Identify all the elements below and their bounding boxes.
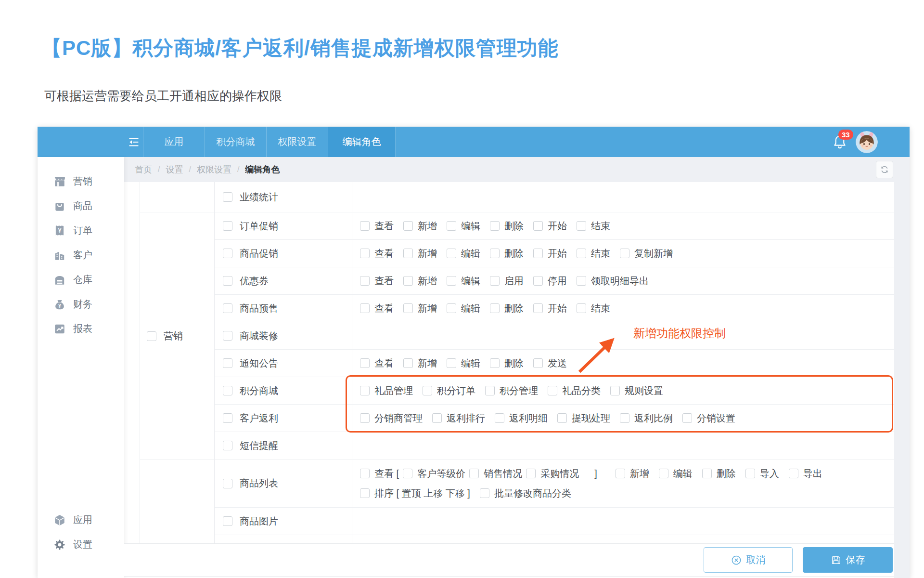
- group-cell: [140, 295, 214, 322]
- permission-checkbox[interactable]: [360, 276, 370, 286]
- sidebar-item[interactable]: ¥订单: [38, 218, 124, 243]
- permission-checkbox[interactable]: [423, 386, 432, 395]
- permission-checkbox[interactable]: [432, 413, 442, 423]
- permission-checkbox[interactable]: [360, 488, 370, 498]
- sidebar-item[interactable]: ¥财务: [38, 292, 124, 316]
- permission-checkbox[interactable]: [533, 249, 543, 258]
- nav-tab[interactable]: 应用: [143, 127, 205, 157]
- breadcrumb-item[interactable]: 首页: [135, 164, 152, 175]
- sidebar-item-label: 财务: [73, 298, 92, 311]
- permission-label: 开始: [548, 302, 567, 315]
- avatar-image: [856, 131, 878, 153]
- permission-checkbox[interactable]: [403, 249, 413, 258]
- permission-checkbox[interactable]: [577, 221, 586, 231]
- feature-checkbox[interactable]: [223, 221, 232, 231]
- permission-checkbox[interactable]: [533, 303, 543, 313]
- permission-checkbox[interactable]: [789, 469, 798, 478]
- sidebar-collapse-button[interactable]: [124, 127, 143, 157]
- permission-checkbox[interactable]: [490, 221, 500, 231]
- permission-checkbox[interactable]: [745, 469, 755, 478]
- user-avatar[interactable]: [856, 131, 878, 153]
- sidebar-item[interactable]: 仓库: [38, 267, 124, 292]
- permission-checkbox[interactable]: [403, 221, 413, 231]
- feature-checkbox[interactable]: [223, 441, 232, 450]
- permission-checkbox[interactable]: [610, 386, 620, 395]
- refresh-button[interactable]: [876, 161, 893, 178]
- nav-tab[interactable]: 编辑角色: [328, 127, 396, 157]
- nav-tab[interactable]: 积分商城: [205, 127, 266, 157]
- permission-checkbox[interactable]: [360, 413, 370, 423]
- feature-checkbox[interactable]: [223, 413, 232, 423]
- permission-checkbox[interactable]: [495, 413, 504, 423]
- permission-checkbox[interactable]: [620, 413, 629, 423]
- group-cell: [140, 212, 214, 240]
- feature-checkbox[interactable]: [223, 331, 232, 341]
- permission-checkbox[interactable]: [447, 249, 456, 258]
- permission-checkbox[interactable]: [526, 469, 536, 478]
- permission-checkbox[interactable]: [403, 469, 412, 478]
- permission-item: 返利比例: [620, 412, 673, 425]
- permission-checkbox[interactable]: [485, 386, 495, 395]
- feature-checkbox[interactable]: [223, 249, 232, 258]
- permission-label: 编辑: [673, 467, 693, 480]
- feature-checkbox[interactable]: [223, 303, 232, 313]
- permission-checkbox[interactable]: [360, 386, 370, 395]
- permission-label: 积分管理: [500, 384, 538, 397]
- permission-checkbox[interactable]: [490, 276, 500, 286]
- breadcrumb-item[interactable]: 设置: [166, 164, 183, 175]
- cancel-button[interactable]: 取消: [704, 547, 793, 573]
- permission-checkbox[interactable]: [620, 249, 629, 258]
- permission-checkbox[interactable]: [533, 358, 543, 368]
- permission-checkbox[interactable]: [469, 469, 479, 478]
- permission-checkbox[interactable]: [360, 469, 370, 478]
- sidebar-item-label: 营销: [73, 175, 92, 188]
- permission-checkbox[interactable]: [490, 303, 500, 313]
- breadcrumb-item[interactable]: 权限设置: [197, 164, 231, 175]
- sidebar-item[interactable]: 营销: [38, 169, 124, 194]
- permission-checkbox[interactable]: [447, 221, 456, 231]
- sidebar-item[interactable]: 应用: [38, 508, 124, 532]
- permission-checkbox[interactable]: [403, 358, 413, 368]
- permission-checkbox[interactable]: [682, 413, 692, 423]
- permission-checkbox[interactable]: [577, 249, 586, 258]
- permission-checkbox[interactable]: [490, 358, 500, 368]
- feature-checkbox[interactable]: [223, 386, 232, 395]
- permission-checkbox[interactable]: [447, 276, 456, 286]
- permission-checkbox[interactable]: [577, 303, 586, 313]
- permission-checkbox[interactable]: [577, 276, 586, 286]
- nav-tab[interactable]: 权限设置: [266, 127, 328, 157]
- save-button[interactable]: 保存: [803, 547, 893, 573]
- group-checkbox[interactable]: [147, 331, 156, 341]
- permission-checkbox[interactable]: [702, 469, 712, 478]
- permission-checkbox[interactable]: [360, 249, 370, 258]
- sidebar-item[interactable]: 商品: [38, 194, 124, 218]
- permissions-cell: 查看 [客户等级价销售情况采购情况]新增编辑删除导入导出排序 [ 置顶 上移 下…: [352, 460, 894, 508]
- feature-checkbox[interactable]: [223, 479, 232, 488]
- feature-checkbox[interactable]: [223, 192, 232, 202]
- permission-checkbox[interactable]: [490, 249, 500, 258]
- permission-checkbox[interactable]: [557, 413, 567, 423]
- permission-checkbox[interactable]: [659, 469, 668, 478]
- permission-checkbox[interactable]: [403, 276, 413, 286]
- sidebar-item[interactable]: 设置: [38, 532, 124, 557]
- permission-checkbox[interactable]: [533, 276, 543, 286]
- permission-label: 礼品分类: [562, 384, 601, 397]
- permission-label: 新增: [418, 220, 437, 233]
- sidebar-item[interactable]: 报表: [38, 316, 124, 341]
- permission-checkbox[interactable]: [480, 488, 489, 498]
- sidebar-item[interactable]: 客户: [38, 243, 124, 267]
- permission-item: 复制新增: [620, 247, 673, 260]
- permission-checkbox[interactable]: [533, 221, 543, 231]
- notifications-button[interactable]: 33: [832, 134, 848, 150]
- permission-checkbox[interactable]: [447, 303, 456, 313]
- permission-checkbox[interactable]: [616, 469, 625, 478]
- permission-checkbox[interactable]: [447, 358, 456, 368]
- permission-checkbox[interactable]: [548, 386, 557, 395]
- permission-checkbox[interactable]: [403, 303, 413, 313]
- feature-checkbox[interactable]: [223, 276, 232, 286]
- feature-checkbox[interactable]: [223, 358, 232, 368]
- feature-checkbox[interactable]: [223, 516, 232, 526]
- permission-checkbox[interactable]: [360, 221, 370, 231]
- permission-checkbox[interactable]: [360, 303, 370, 313]
- permission-checkbox[interactable]: [360, 358, 370, 368]
